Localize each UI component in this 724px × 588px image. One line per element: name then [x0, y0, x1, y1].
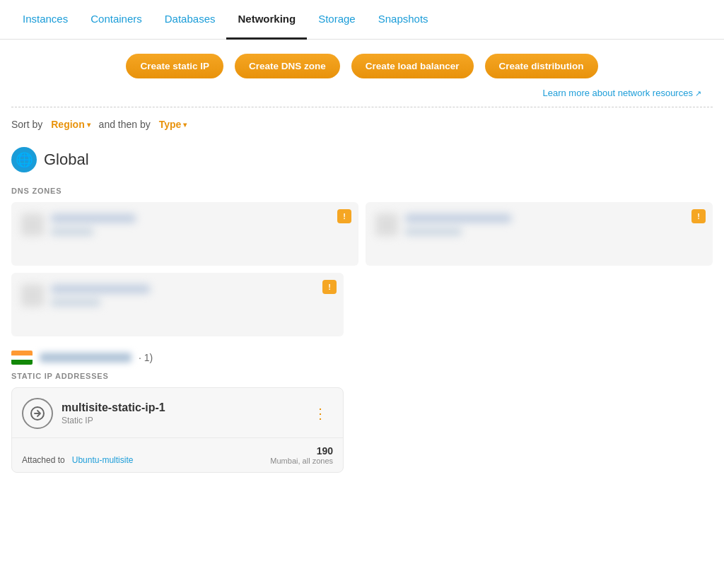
- nav-item-networking[interactable]: Networking: [226, 0, 307, 40]
- static-ip-card-footer: Attached to Ubuntu-multisite 190 Mumbai,…: [12, 438, 343, 472]
- actions-row: Create static IP Create DNS zone Create …: [0, 40, 724, 84]
- static-ip-icon: [22, 398, 53, 429]
- globe-icon: 🌐: [11, 147, 37, 172]
- static-ip-addresses-label: STATIC IP ADDRESSES: [11, 372, 713, 380]
- dns-zones-grid: ! !: [11, 202, 713, 266]
- dns-card-badge-3: !: [322, 280, 337, 294]
- navigation-bar: InstancesContainersDatabasesNetworkingSt…: [0, 0, 724, 40]
- learn-more-row: Learn more about network resources: [0, 84, 724, 107]
- india-region-row: · 1): [11, 351, 713, 365]
- global-region-header: 🌐 Global: [11, 147, 713, 172]
- create-distribution-button[interactable]: Create distribution: [485, 54, 598, 78]
- main-content: 🌐 Global DNS ZONES !: [0, 147, 724, 473]
- nav-item-storage[interactable]: Storage: [307, 0, 367, 40]
- dns-card-text-1: [51, 214, 136, 223]
- nav-item-snapshots[interactable]: Snapshots: [367, 0, 440, 40]
- static-ip-name: multisite-static-ip-1: [62, 401, 165, 414]
- india-region-count: · 1): [139, 352, 153, 363]
- india-flag-icon: [11, 351, 33, 365]
- dns-zone-card-1[interactable]: !: [11, 202, 358, 266]
- static-ip-menu-button[interactable]: ⋮: [308, 402, 333, 425]
- ip-details: 190 Mumbai, all zones: [270, 445, 333, 465]
- create-dns-zone-button[interactable]: Create DNS zone: [235, 54, 340, 78]
- static-ip-card-header: multisite-static-ip-1 Static IP ⋮: [12, 388, 343, 438]
- dns-card-text-2: [405, 214, 511, 223]
- chevron-down-icon: ▾: [87, 121, 90, 129]
- nav-item-containers[interactable]: Containers: [79, 0, 153, 40]
- dns-card-text-3: [51, 285, 150, 293]
- dns-card-icon-2: [375, 213, 398, 236]
- sort-prefix: Sort by: [11, 119, 42, 130]
- dns-zone-card-2[interactable]: !: [366, 202, 713, 266]
- static-ip-card[interactable]: multisite-static-ip-1 Static IP ⋮ Attach…: [11, 387, 344, 473]
- dns-card-sub-2: [405, 228, 462, 235]
- dns-card-badge-1: !: [337, 209, 351, 223]
- india-region-label: [40, 353, 132, 363]
- create-static-ip-button[interactable]: Create static IP: [126, 54, 223, 78]
- dns-zones-label: DNS ZONES: [11, 187, 713, 195]
- ip-number: 190: [270, 445, 333, 457]
- global-region-title: Global: [44, 151, 89, 169]
- attached-to-label: Attached to Ubuntu-multisite: [22, 455, 133, 465]
- sort-connector: and then by: [99, 119, 151, 130]
- dns-card-icon-3: [21, 284, 44, 307]
- sort-primary-dropdown[interactable]: Region ▾: [51, 119, 90, 130]
- chevron-down-icon-2: ▾: [183, 121, 187, 129]
- dns-card-icon-1: [21, 213, 44, 236]
- static-ip-info: multisite-static-ip-1 Static IP: [62, 401, 165, 425]
- dns-zone-card-3[interactable]: !: [11, 273, 344, 336]
- learn-more-link[interactable]: Learn more about network resources: [542, 88, 701, 98]
- dns-card-sub-1: [51, 228, 93, 235]
- ip-location: Mumbai, all zones: [270, 457, 333, 465]
- attached-resource-link[interactable]: Ubuntu-multisite: [72, 455, 134, 465]
- sort-row: Sort by Region ▾ and then by Type ▾: [0, 107, 724, 147]
- static-ip-type: Static IP: [62, 416, 165, 425]
- dns-card-badge-2: !: [691, 209, 706, 223]
- nav-item-instances[interactable]: Instances: [11, 0, 79, 40]
- sort-secondary-dropdown[interactable]: Type ▾: [159, 119, 187, 130]
- dns-card-sub-3: [51, 299, 100, 306]
- nav-item-databases[interactable]: Databases: [153, 0, 227, 40]
- create-load-balancer-button[interactable]: Create load balancer: [351, 54, 474, 78]
